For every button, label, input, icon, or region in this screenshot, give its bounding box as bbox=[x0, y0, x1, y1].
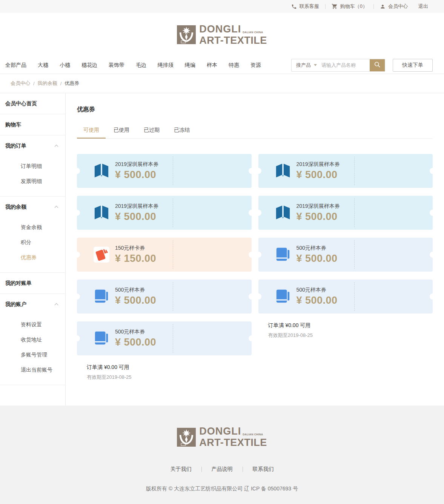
coupon-notch bbox=[74, 168, 80, 174]
coupon-card[interactable]: 2019深圳展样本券 ¥ 500.00 bbox=[77, 196, 252, 230]
content-wrapper: 会员中心首页 购物车 我的订单 订单明细 发票明细 我的余额 资金余额 积分 优… bbox=[0, 93, 444, 406]
sidebar-section-my-orders[interactable]: 我的订单 bbox=[0, 135, 65, 156]
search-category-select[interactable]: 搜产品 bbox=[292, 59, 321, 71]
nav-item-shengpaixu[interactable]: 绳排须 bbox=[158, 62, 174, 69]
coupon-card[interactable]: 500元样本券 ¥ 500.00 bbox=[258, 238, 433, 272]
tab-usable[interactable]: 可使用 bbox=[77, 123, 106, 138]
logo-name: DONGLI bbox=[199, 24, 241, 34]
sidebar-item-profile-settings[interactable]: 资料设置 bbox=[0, 317, 65, 332]
nav-item-suihuabian[interactable]: 穗花边 bbox=[81, 62, 97, 69]
member-center-label: 会员中心 bbox=[388, 3, 408, 10]
cart-label: 购物车（0） bbox=[340, 3, 367, 10]
sidebar-section-my-balance[interactable]: 我的余额 bbox=[0, 197, 65, 217]
closed-book-icon bbox=[94, 289, 109, 304]
sidebar-item-member-home[interactable]: 会员中心首页 bbox=[0, 93, 65, 114]
coupon-card[interactable]: 2019深圳展样本券 ¥ 500.00 bbox=[258, 154, 433, 188]
coupon-usage-note: 订单满 ¥0.00 可用 有效期至2019-08-25 bbox=[77, 364, 252, 381]
coupon-title: 150元样卡券 bbox=[115, 245, 156, 252]
sidebar-item-coupons[interactable]: 优惠券 bbox=[0, 250, 65, 265]
sidebar-section-label: 我的账户 bbox=[5, 301, 26, 307]
footer-link-about[interactable]: 关于我们 bbox=[171, 466, 192, 473]
sidebar-item-shipping-address[interactable]: 收货地址 bbox=[0, 332, 65, 347]
closed-book-icon bbox=[94, 330, 109, 346]
sidebar-item-order-detail[interactable]: 订单明细 bbox=[0, 158, 65, 174]
footer-logo[interactable]: DONGLI DALIAN CHINA ART-TEXTILE bbox=[0, 426, 444, 448]
coupon-title: 2019深圳展样本券 bbox=[115, 161, 158, 168]
coupon-card[interactable]: 150元样卡券 ¥ 150.00 bbox=[77, 238, 252, 272]
coupon-price: ¥ 150.00 bbox=[115, 253, 156, 264]
coupon-notch bbox=[249, 168, 255, 174]
search-input[interactable] bbox=[321, 59, 370, 71]
coupon-tabs: 可使用 已使用 已过期 已冻结 bbox=[77, 123, 433, 139]
coupon-usage-note: 订单满 ¥0.00 可用 有效期至2019-08-25 bbox=[258, 322, 433, 339]
coupon-card[interactable]: 500元样本券 ¥ 500.00 bbox=[77, 280, 252, 313]
coupon-card[interactable]: 500元样本券 ¥ 500.00 bbox=[258, 280, 433, 313]
cart-icon bbox=[332, 3, 338, 9]
nav-item-tehui[interactable]: 特惠 bbox=[229, 62, 239, 69]
coupon-notch bbox=[74, 335, 80, 341]
coupon-column-right: 2019深圳展样本券 ¥ 500.00 2019深圳展样本券 ¥ 500.00 bbox=[258, 154, 433, 381]
sidebar-item-multi-account[interactable]: 多账号管理 bbox=[0, 347, 65, 362]
logo-emblem-icon bbox=[177, 25, 196, 44]
coupon-title: 2019深圳展样本券 bbox=[297, 203, 340, 210]
copyright-text: 版权所有 © 大连东立工艺纺织品有限公司 辽 ICP 备 05007693 号 bbox=[0, 486, 444, 492]
breadcrumb-my-balance[interactable]: 我的余额 bbox=[38, 80, 57, 87]
coupon-notch bbox=[249, 252, 255, 258]
phone-icon bbox=[291, 4, 297, 9]
coupon-condition: 订单满 ¥0.00 可用 bbox=[87, 364, 252, 371]
nav-item-shengbian[interactable]: 绳编 bbox=[185, 62, 195, 69]
nav-item-all-products[interactable]: 全部产品 bbox=[5, 62, 26, 69]
coupon-notch bbox=[430, 210, 436, 216]
coupon-notch bbox=[255, 168, 261, 174]
logo-subname: ART-TEXTILE bbox=[199, 35, 267, 46]
search-button[interactable] bbox=[370, 59, 385, 71]
cart-link[interactable]: 购物车（0） bbox=[332, 3, 367, 10]
site-logo[interactable]: DONGLI DALIAN CHINA ART-TEXTILE bbox=[177, 24, 267, 46]
sidebar-item-invoice-detail[interactable]: 发票明细 bbox=[0, 174, 65, 189]
logout-link[interactable]: 退出 bbox=[418, 3, 428, 10]
contact-service-label: 联系客服 bbox=[300, 3, 319, 10]
sidebar-section-my-account[interactable]: 我的账户 bbox=[0, 294, 65, 315]
coupon-title: 2019深圳展样本券 bbox=[115, 203, 158, 210]
search-icon bbox=[373, 61, 381, 69]
nav-item-maobian[interactable]: 毛边 bbox=[136, 62, 146, 69]
nav-item-dasui[interactable]: 大穗 bbox=[38, 62, 48, 69]
footer-link-product-info[interactable]: 产品说明 bbox=[212, 466, 233, 473]
breadcrumb-separator: / bbox=[60, 81, 62, 86]
sidebar-item-statement[interactable]: 我的对账单 bbox=[0, 273, 65, 293]
coupon-title: 500元样本券 bbox=[115, 287, 156, 293]
nav-item-yangben[interactable]: 样本 bbox=[207, 62, 217, 69]
red-cards-icon bbox=[94, 247, 109, 263]
footer-links: 关于我们 产品说明 联系我们 bbox=[0, 466, 444, 473]
footer-link-contact[interactable]: 联系我们 bbox=[253, 466, 274, 473]
sidebar-item-cart[interactable]: 购物车 bbox=[0, 114, 65, 135]
sidebar-item-points[interactable]: 积分 bbox=[0, 235, 65, 250]
quick-order-button[interactable]: 快速下单 bbox=[393, 59, 433, 72]
tab-expired[interactable]: 已过期 bbox=[137, 123, 166, 138]
coupon-price: ¥ 500.00 bbox=[115, 295, 156, 306]
page-title: 优惠券 bbox=[77, 106, 433, 114]
coupon-condition: 订单满 ¥0.00 可用 bbox=[268, 322, 433, 329]
sidebar-item-fund-balance[interactable]: 资金余额 bbox=[0, 220, 65, 235]
coupon-card[interactable]: 500元样本券 ¥ 500.00 bbox=[77, 321, 252, 355]
coupon-column-left: 2019深圳展样本券 ¥ 500.00 2019深圳展样本券 ¥ 500.00 bbox=[77, 154, 252, 381]
tab-frozen[interactable]: 已冻结 bbox=[167, 123, 196, 138]
contact-service-link[interactable]: 联系客服 bbox=[291, 3, 319, 10]
coupon-price: ¥ 500.00 bbox=[297, 253, 338, 264]
coupon-card[interactable]: 2019深圳展样本券 ¥ 500.00 bbox=[77, 154, 252, 188]
nav-item-ziyuan[interactable]: 资源 bbox=[250, 62, 261, 69]
user-icon bbox=[380, 4, 386, 9]
coupon-notch bbox=[255, 252, 261, 258]
nav-item-xiaosui[interactable]: 小穗 bbox=[60, 62, 70, 69]
member-center-link[interactable]: 会员中心 bbox=[380, 3, 408, 10]
sidebar-item-logout-account[interactable]: 退出当前账号 bbox=[0, 362, 65, 377]
nav-item-zhuangshidai[interactable]: 装饰带 bbox=[109, 62, 124, 69]
logo-wordmark: DONGLI DALIAN CHINA ART-TEXTILE bbox=[199, 426, 267, 448]
breadcrumb-member-center[interactable]: 会员中心 bbox=[11, 80, 30, 87]
coupon-expiry: 有效期至2019-08-25 bbox=[268, 332, 433, 339]
coupon-price: ¥ 500.00 bbox=[297, 211, 340, 223]
coupon-card[interactable]: 2019深圳展样本券 ¥ 500.00 bbox=[258, 196, 433, 230]
tab-used[interactable]: 已使用 bbox=[107, 123, 136, 138]
coupon-expiry: 有效期至2019-08-25 bbox=[87, 374, 252, 381]
open-book-icon bbox=[275, 205, 291, 221]
